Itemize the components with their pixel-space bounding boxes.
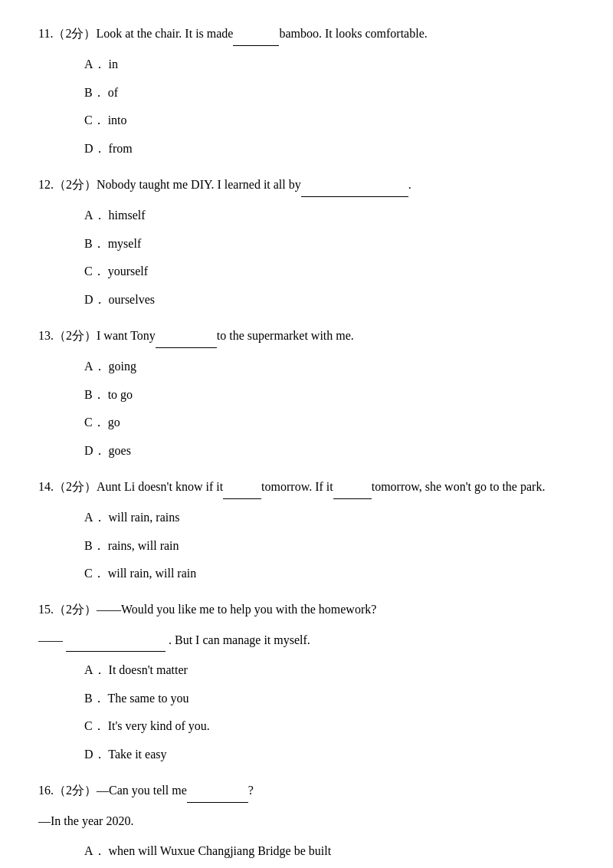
question-16: 16. （2分） —Can you tell me ? —In the year… — [38, 780, 575, 862]
question-15-title: 15. （2分） ——Would you like me to help you… — [38, 599, 575, 621]
question-11-text: Look at the chair. It is made — [96, 23, 233, 46]
question-11-option-b: B． of — [84, 82, 575, 104]
question-14-blank2 — [333, 476, 372, 499]
question-16-dialog1-suffix: ? — [248, 780, 254, 803]
question-14-points: （2分） — [54, 476, 97, 498]
question-13: 13. （2分） I want Tony to the supermarket … — [38, 325, 575, 462]
question-15-dialog2-prefix: —— — [38, 633, 63, 646]
question-11-number: 11. — [38, 23, 53, 46]
question-14-number: 14. — [38, 476, 54, 498]
question-15-option-a: A． It doesn't matter — [84, 659, 575, 682]
question-11-title: 11. （2分） Look at the chair. It is made b… — [38, 23, 575, 46]
question-11-blank — [233, 23, 279, 46]
question-13-option-d: D． goes — [84, 440, 575, 462]
question-12-points: （2分） — [54, 174, 97, 197]
question-16-option-a: A． when will Wuxue Changjiang Bridge be … — [84, 840, 575, 863]
question-13-text: I want Tony — [97, 325, 156, 348]
question-12-text-after: . — [408, 174, 411, 197]
question-11-option-a: A． in — [84, 54, 575, 76]
question-15-dialog2-suffix: . But I can manage it myself. — [169, 633, 310, 646]
question-15-option-d: D． Take it easy — [84, 744, 575, 766]
question-14: 14. （2分） Aunt Li doesn't know if it tomo… — [38, 476, 575, 585]
question-16-title: 16. （2分） —Can you tell me ? — [38, 780, 575, 803]
question-12-title: 12. （2分） Nobody taught me DIY. I learned… — [38, 174, 575, 197]
question-12-option-c: C． yourself — [84, 261, 575, 283]
question-11-text-after: bamboo. It looks comfortable. — [279, 23, 427, 46]
question-13-option-a: A． going — [84, 356, 575, 378]
question-14-text-after: tomorrow, she won't go to the park. — [372, 476, 546, 498]
question-13-option-c: C． go — [84, 412, 575, 434]
question-12-blank — [301, 174, 408, 197]
question-13-text-after: to the supermarket with me. — [217, 325, 354, 348]
question-12: 12. （2分） Nobody taught me DIY. I learned… — [38, 174, 575, 311]
question-15-blank — [66, 629, 166, 652]
question-12-option-d: D． ourselves — [84, 289, 575, 311]
question-15-number: 15. — [38, 599, 54, 621]
question-12-option-a: A． himself — [84, 205, 575, 227]
question-14-text: Aunt Li doesn't know if it — [97, 476, 223, 498]
question-11-points: （2分） — [53, 23, 96, 46]
question-16-blank — [187, 780, 248, 803]
question-14-option-b: B． rains, will rain — [84, 535, 575, 557]
question-14-title: 14. （2分） Aunt Li doesn't know if it tomo… — [38, 476, 575, 499]
question-12-number: 12. — [38, 174, 54, 197]
question-15-option-c: C． It's very kind of you. — [84, 715, 575, 738]
question-13-number: 13. — [38, 325, 54, 348]
question-16-dialog2: —In the year 2020. — [38, 810, 575, 833]
question-14-blank1 — [223, 476, 261, 499]
question-11-option-d: D． from — [84, 138, 575, 160]
question-16-number: 16. — [38, 780, 54, 803]
question-14-option-c: C． will rain, will rain — [84, 563, 575, 585]
question-16-dialog2-text: —In the year 2020. — [38, 814, 133, 827]
question-12-option-b: B． myself — [84, 233, 575, 255]
question-14-text-mid: tomorrow. If it — [261, 476, 333, 498]
question-15-option-b: B． The same to you — [84, 688, 575, 710]
question-11-option-c: C． into — [84, 110, 575, 132]
question-16-points: （2分） — [54, 780, 97, 803]
question-11: 11. （2分） Look at the chair. It is made b… — [38, 23, 575, 160]
question-15-points: （2分） — [54, 599, 97, 621]
question-15-dialog1: ——Would you like me to help you with the… — [97, 599, 376, 621]
question-13-points: （2分） — [54, 325, 97, 348]
question-13-blank — [156, 325, 217, 348]
question-12-text: Nobody taught me DIY. I learned it all b… — [97, 174, 301, 197]
question-14-option-a: A． will rain, rains — [84, 507, 575, 529]
question-15: 15. （2分） ——Would you like me to help you… — [38, 599, 575, 766]
question-13-title: 13. （2分） I want Tony to the supermarket … — [38, 325, 575, 348]
question-15-dialog2: —— . But I can manage it myself. — [38, 629, 575, 652]
question-13-option-b: B． to go — [84, 384, 575, 406]
question-16-dialog1-prefix: —Can you tell me — [97, 780, 187, 803]
